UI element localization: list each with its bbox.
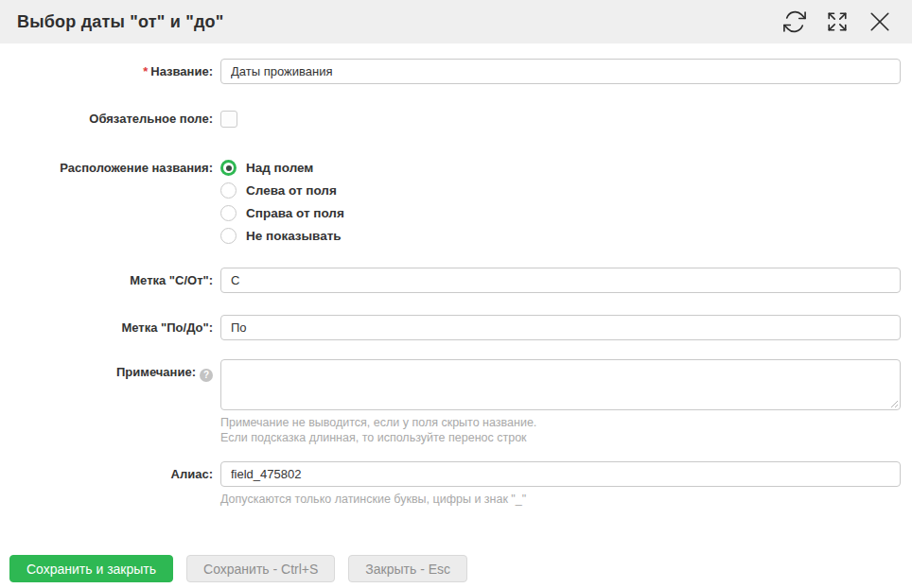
radio-button-icon[interactable] xyxy=(220,205,237,221)
radio-option-do-not-show[interactable]: Не показывать xyxy=(220,228,901,244)
radio-option-label: Слева от поля xyxy=(246,183,337,198)
close-icon[interactable] xyxy=(867,9,893,35)
from-label-input[interactable] xyxy=(220,268,901,293)
row-note: Примечание:? Примечание не выводится, ес… xyxy=(0,359,912,445)
save-and-close-button[interactable]: Сохранить и закрыть xyxy=(9,555,173,582)
row-alias: Алиас: Допускаются только латинские букв… xyxy=(0,461,912,507)
note-hint-line-2: Если подсказка длинная, то используйте п… xyxy=(220,430,901,445)
help-icon[interactable]: ? xyxy=(200,369,213,382)
radio-option-label: Справа от поля xyxy=(246,206,344,220)
name-input[interactable] xyxy=(220,59,901,84)
close-button[interactable]: Закрыть - Esc xyxy=(348,555,467,582)
to-label-label: Метка "По/До": xyxy=(0,315,220,336)
to-label-input[interactable] xyxy=(220,315,901,340)
field-settings-form: *Название: Обязательное поле: Расположен… xyxy=(0,43,912,582)
note-textarea[interactable] xyxy=(220,359,901,410)
required-field-label: Обязательное поле: xyxy=(0,109,220,127)
required-field-checkbox[interactable] xyxy=(220,111,237,128)
name-label: *Название: xyxy=(0,59,220,79)
from-label-label: Метка "С/От": xyxy=(0,268,220,288)
radio-button-icon[interactable] xyxy=(220,160,237,176)
header-icons xyxy=(781,9,893,35)
row-label-position: Расположение названия: Над полем Слева о… xyxy=(0,159,912,244)
row-to-label: Метка "По/До": xyxy=(0,315,912,340)
label-position-radio-group: Над полем Слева от поля Справа от поля Н… xyxy=(220,159,901,244)
radio-option-above-field[interactable]: Над полем xyxy=(220,160,901,176)
alias-input[interactable] xyxy=(220,461,901,487)
expand-icon[interactable] xyxy=(824,9,851,35)
radio-button-icon[interactable] xyxy=(220,182,237,199)
radio-option-label: Не показывать xyxy=(246,229,342,243)
required-asterisk: * xyxy=(143,64,148,78)
radio-button-icon[interactable] xyxy=(220,228,237,244)
label-position-label: Расположение названия: xyxy=(0,159,220,176)
radio-option-right-of-field[interactable]: Справа от поля xyxy=(220,205,901,221)
row-from-label: Метка "С/От": xyxy=(0,268,912,293)
radio-option-label: Над полем xyxy=(246,161,313,175)
dialog-header: Выбор даты "от" и "до" xyxy=(0,0,912,43)
refresh-icon[interactable] xyxy=(781,9,808,35)
row-name: *Название: xyxy=(0,59,912,84)
note-hint-line-1: Примечание не выводится, если у поля скр… xyxy=(220,415,901,430)
save-button[interactable]: Сохранить - Ctrl+S xyxy=(186,555,335,582)
note-hint: Примечание не выводится, если у поля скр… xyxy=(220,415,901,445)
field-settings-dialog: Выбор даты "от" и "до" xyxy=(0,0,912,582)
dialog-title: Выбор даты "от" и "до" xyxy=(17,12,224,32)
note-label: Примечание:? xyxy=(0,359,220,382)
alias-hint: Допускаются только латинские буквы, цифр… xyxy=(220,492,901,507)
radio-option-left-of-field[interactable]: Слева от поля xyxy=(220,182,901,199)
alias-label: Алиас: xyxy=(0,461,220,482)
dialog-footer: Сохранить и закрыть Сохранить - Ctrl+S З… xyxy=(0,555,912,582)
row-required-field: Обязательное поле: xyxy=(0,109,912,131)
